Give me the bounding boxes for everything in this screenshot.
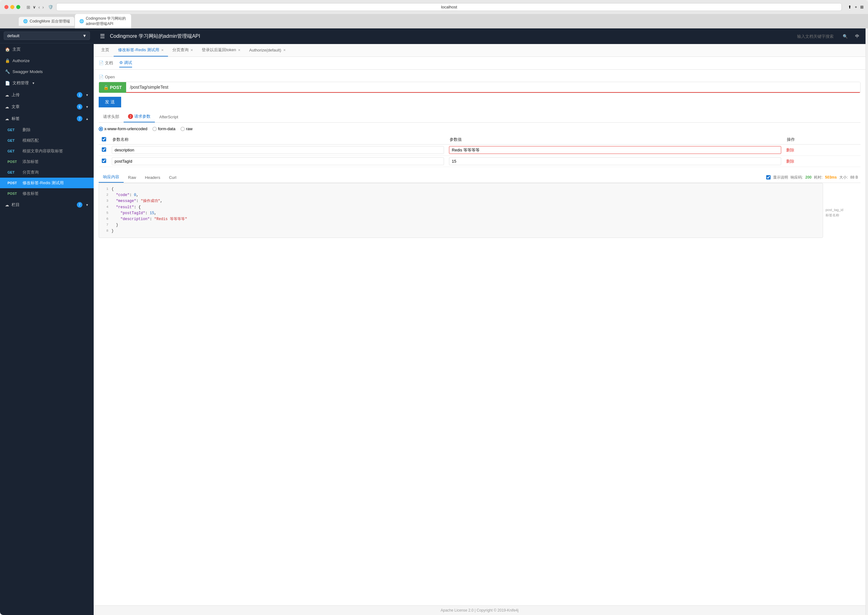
sidebar-group-articles-header[interactable]: ☁ 文章 6 ▼ [0, 101, 94, 113]
sidebar-item-tag-add[interactable]: POST 添加标签 [0, 156, 94, 167]
open-link[interactable]: 📄 Open [99, 75, 115, 79]
row-checkbox[interactable] [102, 147, 106, 152]
close-icon[interactable]: ✕ [190, 48, 193, 52]
req-tab-headers[interactable]: 请求头部 [99, 111, 123, 122]
sidebar-item-tag-page[interactable]: GET 分页查询 [0, 167, 94, 178]
resp-tab-headers[interactable]: Headers [141, 173, 164, 182]
radio-formdata[interactable]: form-data [152, 126, 175, 131]
resp-tab-label: 响应内容 [103, 175, 119, 179]
top-nav: ☰ Codingmore 学习网站的admin管理端API 🔍 中 [94, 28, 865, 44]
param-value-input[interactable] [449, 146, 781, 154]
method-label: GET [8, 149, 20, 153]
chevron-icon: ▼ [32, 81, 35, 85]
send-button[interactable]: 发 送 [99, 97, 121, 108]
delete-button[interactable]: 删除 [786, 147, 794, 153]
new-tab-icon[interactable]: + [855, 5, 857, 9]
sidebar-toggle-button[interactable]: ⊞ [27, 5, 30, 10]
status-label: 响应码: [791, 175, 803, 180]
browser-tab-swagger-api[interactable]: 🌐 Codingmore 学习网站的admin管理端API [75, 14, 131, 28]
col-checkbox [99, 135, 109, 145]
line-number: 2 [102, 192, 108, 198]
sidebar-group-upload: ☁ 上传 1 ▼ [0, 89, 94, 101]
upload-icon: ☁ [5, 93, 9, 97]
select-all-checkbox[interactable] [102, 137, 106, 141]
tab-label: 分页查询 [172, 47, 189, 53]
sidebar-group-tags-header[interactable]: ☁ 标签 7 ▲ [0, 113, 94, 125]
method-label: POST [8, 181, 20, 185]
sidebar-item-authorize[interactable]: 🔒 Authorize [0, 55, 94, 66]
resp-tab-raw[interactable]: Raw [123, 173, 141, 182]
chevron-up-icon: ▲ [86, 117, 89, 120]
url-input[interactable] [126, 82, 860, 93]
table-row: 删除 [99, 156, 860, 167]
footer-text: Apache License 2.0 | Copyright © 2019-Kn… [440, 608, 518, 612]
close-icon[interactable]: ✕ [161, 48, 164, 52]
grid-icon[interactable]: ⊞ [860, 5, 863, 9]
address-bar[interactable]: localhost [56, 3, 842, 11]
share-icon[interactable]: ⬆ [848, 5, 851, 9]
sidebar-group-upload-header[interactable]: ☁ 上传 1 ▼ [0, 89, 94, 101]
sidebar-item-tag-modify[interactable]: POST 修改标签 [0, 188, 94, 199]
param-value-input[interactable] [449, 157, 781, 165]
search-input[interactable] [797, 34, 841, 39]
code-line: 3 "message": "操作成功", [102, 198, 820, 204]
search-icon[interactable]: 🔍 [843, 34, 848, 39]
tab-favicon: 🌐 [23, 19, 28, 23]
code-area: 1 { 2 "code": 0, 3 "message": "操作成功", [99, 183, 860, 238]
sidebar-item-tag-fuzzy[interactable]: GET 模糊匹配 [0, 135, 94, 146]
maximize-button[interactable] [16, 5, 20, 9]
close-icon[interactable]: ✕ [238, 48, 240, 52]
delete-button[interactable]: 删除 [786, 159, 794, 164]
sidebar-group-docs-header[interactable]: 📄 文档管理 ▼ [0, 77, 94, 89]
sub-nav-debug[interactable]: ⚙ 调试 [119, 59, 133, 67]
radio-raw[interactable]: raw [181, 126, 193, 131]
line-number: 7 [102, 222, 108, 228]
minimize-button[interactable] [10, 5, 14, 9]
resp-tab-curl[interactable]: Curl [164, 173, 181, 182]
tab-label: 修改标签-Redis 测试用 [118, 47, 159, 53]
col-param-name: 参数名称 [109, 135, 446, 145]
close-button[interactable] [5, 5, 8, 9]
tab-login-token[interactable]: 登录以后返回token ✕ [197, 44, 245, 56]
hamburger-icon[interactable]: ☰ [100, 33, 105, 40]
param-name-input[interactable] [112, 157, 444, 165]
radio-dot [181, 127, 185, 131]
req-tab-params[interactable]: 2 请求参数 [123, 111, 155, 122]
lang-switch[interactable]: 中 [855, 33, 859, 39]
columns-badge: 7 [77, 202, 83, 208]
tab-page-query[interactable]: 分页查询 ✕ [168, 44, 197, 56]
content-area: 📄 Open 🔒 POST 发 送 [94, 70, 865, 605]
back-button[interactable]: ‹ [38, 5, 40, 10]
close-icon[interactable]: ✕ [283, 48, 286, 52]
param-name-input[interactable] [112, 146, 444, 154]
method-label: POST [110, 85, 122, 90]
column-icon: ☁ [5, 203, 9, 207]
show-desc-checkbox[interactable] [766, 175, 771, 180]
req-tab-afterscript[interactable]: AfterScript [155, 112, 183, 122]
resp-tab-content[interactable]: 响应内容 [99, 172, 123, 183]
scrollbar[interactable] [865, 28, 868, 615]
tab-label: AfterScript [159, 115, 178, 119]
sidebar-item-home[interactable]: 🏠 主页 [0, 44, 94, 55]
sidebar-group-columns-header[interactable]: ☁ 栏目 7 ▼ [0, 199, 94, 211]
sidebar-item-tag-delete[interactable]: GET 删除 [0, 125, 94, 135]
status-value: 200 [805, 175, 812, 180]
tab-modify-redis[interactable]: 修改标签-Redis 测试用 ✕ [114, 44, 168, 56]
forward-button[interactable]: › [42, 5, 44, 10]
row-checkbox[interactable] [102, 159, 106, 163]
code-line: 1 { [102, 186, 820, 192]
radio-dot [152, 127, 157, 131]
sidebar-group-label: 栏目 [12, 202, 20, 208]
sidebar-item-swagger-models[interactable]: 🔧 Swagger Models [0, 66, 94, 77]
browser-tab-codingmore-admin[interactable]: 🌐 CodingMore 后台管理端 [19, 17, 74, 26]
tab-favicon: 🌐 [79, 19, 84, 23]
sidebar-item-tag-modify-redis[interactable]: POST 修改标签-Redis 测试用 [0, 178, 94, 188]
tab-home[interactable]: 主页 [97, 44, 114, 56]
tab-authorize-default[interactable]: Authorize(default) ✕ [245, 45, 290, 56]
code-content: { [111, 186, 114, 192]
sidebar-item-tag-get-by-content[interactable]: GET 根据文章内容获取标签 [0, 146, 94, 156]
debug-icon: ⚙ [119, 60, 123, 65]
radio-urlencoded[interactable]: x-www-form-urlencoded [99, 126, 147, 131]
sub-nav-docs[interactable]: 📄 文档 [99, 59, 113, 67]
sidebar-search-select[interactable]: default ▼ [4, 31, 90, 40]
